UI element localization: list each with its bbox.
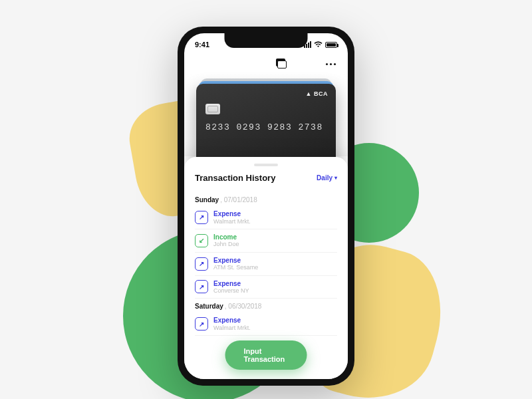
- transaction-text: ExpenseWalmart Mrkt.: [213, 317, 251, 331]
- transaction-subtitle: Walmart Mrkt.: [213, 325, 251, 331]
- transaction-type: Expense: [213, 210, 251, 218]
- phone-frame: 9:41 ▲ BCA 8233 0293 9283 2738: [178, 27, 354, 386]
- phone-screen: 9:41 ▲ BCA 8233 0293 9283 2738: [184, 33, 348, 379]
- transaction-text: ExpenseConverse NY: [213, 280, 249, 295]
- transaction-row[interactable]: ↗ExpenseATM St. Sesame: [195, 253, 337, 276]
- card-brand: ▲ BCA: [306, 90, 328, 97]
- sheet-title: Transaction History: [195, 173, 275, 183]
- card-number: 8233 0293 9283 2738: [205, 122, 327, 132]
- transaction-row[interactable]: ↗ExpenseConverse NY: [195, 276, 337, 299]
- day-name: Saturday: [195, 303, 223, 310]
- chevron-down-icon: ▾: [334, 175, 337, 181]
- transaction-type: Expense: [213, 280, 249, 288]
- transaction-type: Expense: [213, 257, 258, 265]
- transaction-subtitle: Converse NY: [213, 287, 249, 294]
- transaction-text: ExpenseWalmart Mrkt.: [213, 210, 251, 225]
- credit-card[interactable]: ▲ BCA 8233 0293 9283 2738 08/23: [196, 84, 336, 167]
- status-icons: [304, 41, 337, 48]
- phone-notch: [225, 33, 308, 48]
- app-header: [184, 52, 348, 73]
- transaction-subtitle: ATM St. Sesame: [213, 264, 258, 271]
- input-transaction-label: Input Transaction: [244, 347, 285, 363]
- day-header: Sunday, 07/01/2018: [195, 196, 337, 203]
- day-name: Sunday: [195, 196, 219, 203]
- day-date: , 06/30/2018: [225, 303, 262, 310]
- status-time: 9:41: [195, 41, 209, 49]
- wifi-icon: [314, 41, 323, 48]
- transaction-type: Expense: [213, 317, 251, 325]
- filter-dropdown[interactable]: Daily ▾: [317, 174, 337, 182]
- arrow-out-icon: ↗: [195, 211, 208, 224]
- day-date: , 07/01/2018: [220, 196, 257, 203]
- sheet-drag-handle[interactable]: [254, 164, 278, 166]
- transaction-text: IncomeJohn Doe: [213, 233, 239, 248]
- arrow-in-icon: ↙: [195, 234, 208, 247]
- wallet-icon[interactable]: [276, 59, 287, 69]
- battery-icon: [325, 42, 337, 48]
- transaction-row[interactable]: ↙IncomeJohn Doe: [195, 229, 337, 253]
- filter-label: Daily: [317, 174, 332, 182]
- day-header: Saturday, 06/30/2018: [195, 303, 337, 310]
- transaction-row[interactable]: ↗ExpenseWalmart Mrkt.: [195, 313, 337, 336]
- transaction-subtitle: Walmart Mrkt.: [213, 218, 251, 225]
- more-menu-button[interactable]: [326, 63, 336, 65]
- transaction-sheet: Transaction History Daily ▾ Sunday, 07/0…: [184, 157, 348, 379]
- arrow-out-icon: ↗: [195, 257, 208, 271]
- transaction-type: Income: [213, 233, 239, 241]
- card-area: ▲ BCA 8233 0293 9283 2738 08/23: [184, 73, 348, 156]
- transaction-row[interactable]: ↗ExpenseWalmart Mrkt.: [195, 206, 337, 229]
- arrow-out-icon: ↗: [195, 317, 208, 331]
- input-transaction-button[interactable]: Input Transaction: [225, 340, 307, 370]
- arrow-out-icon: ↗: [195, 280, 208, 293]
- transaction-text: ExpenseATM St. Sesame: [213, 257, 258, 271]
- card-chip-icon: [205, 104, 220, 114]
- transaction-subtitle: John Doe: [213, 241, 239, 247]
- transaction-list: Sunday, 07/01/2018↗ExpenseWalmart Mrkt.↙…: [195, 192, 337, 336]
